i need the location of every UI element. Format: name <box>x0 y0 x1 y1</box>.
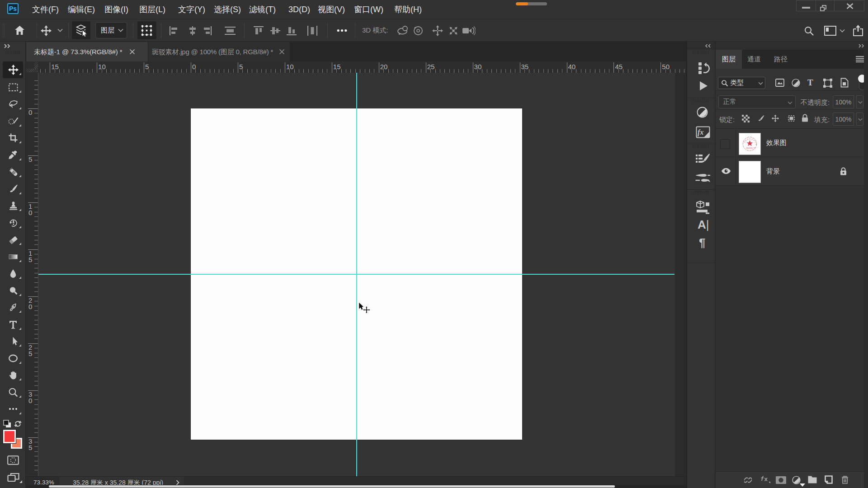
svg-text:fx: fx <box>698 128 703 136</box>
svg-text:某某某公司: 某某某公司 <box>746 147 756 149</box>
